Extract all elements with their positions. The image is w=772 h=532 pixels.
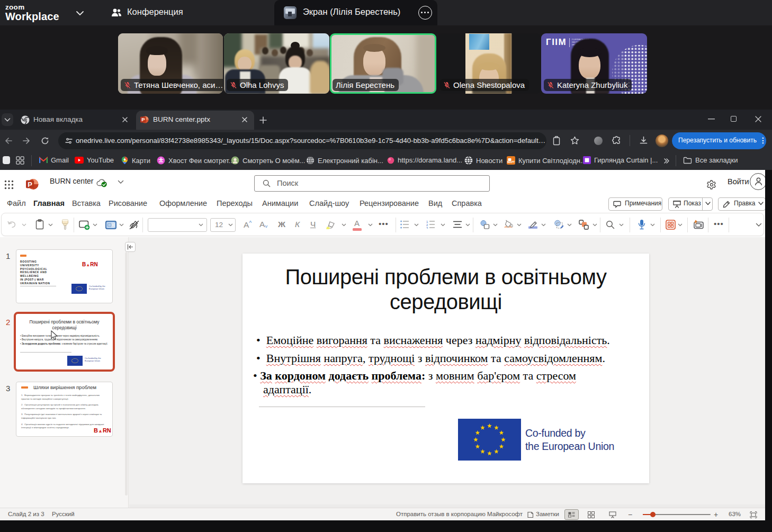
svg-text:3: 3 xyxy=(426,227,428,229)
svg-text:МАРТ: МАРТ xyxy=(507,160,515,164)
svg-text:P: P xyxy=(28,181,32,188)
svg-text:P: P xyxy=(141,116,145,122)
